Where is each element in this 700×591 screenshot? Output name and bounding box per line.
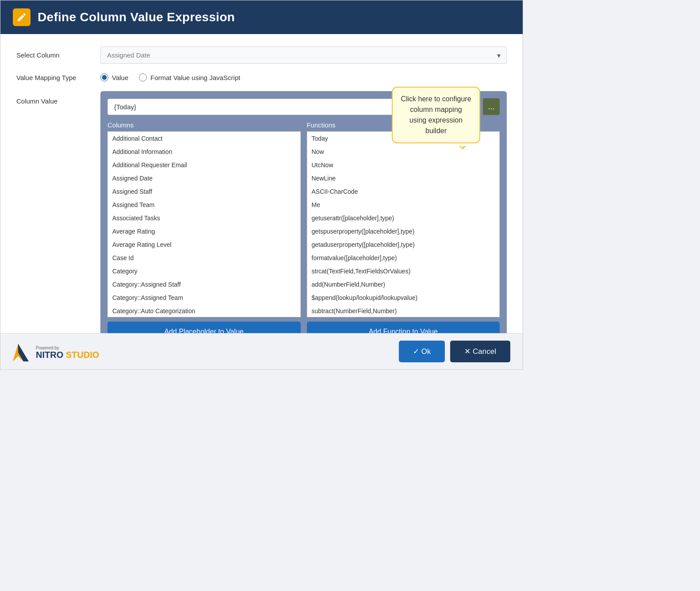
functions-list-item[interactable]: ASCII-CharCode	[307, 185, 500, 198]
columns-list-item[interactable]: Average Rating Level	[108, 238, 300, 251]
add-function-button[interactable]: Add Function to Value	[307, 322, 500, 333]
functions-list-item[interactable]: strcat(TextField,TextFieldsOrValues)	[307, 265, 500, 278]
ok-button[interactable]: ✓ Ok	[399, 341, 445, 362]
columns-list-item[interactable]: Additional Contact	[108, 132, 300, 145]
select-column-control: Assigned Date	[100, 46, 507, 64]
radio-value-option[interactable]: Value	[100, 73, 128, 81]
columns-list-item[interactable]: Assigned Team	[108, 198, 300, 211]
functions-list-item[interactable]: getaduserproperty([placeholder],type)	[307, 238, 500, 251]
expression-panel: Click here to configure column mapping u…	[100, 91, 507, 333]
functions-list[interactable]: TodayNowUtcNowNewLineASCII-CharCodeMeget…	[307, 131, 500, 317]
functions-panel: Functions TodayNowUtcNowNewLineASCII-Cha…	[307, 121, 500, 333]
columns-list-item[interactable]: Additional Information	[108, 145, 300, 158]
columns-list-item[interactable]: Category::Assigned Team	[108, 291, 300, 304]
columns-list-item[interactable]: Assigned Date	[108, 172, 300, 185]
radio-format-option[interactable]: Format Value using JavaScript	[139, 73, 240, 81]
functions-list-item[interactable]: formatvalue([placeholder],type)	[307, 251, 500, 265]
functions-list-item[interactable]: getuserattr([placeholder],type)	[307, 211, 500, 225]
brand-studio-label: STUDIO	[66, 350, 99, 360]
functions-list-item[interactable]: $append(lookup/lookupid/lookupvalue)	[307, 291, 500, 304]
dialog-footer: Powered by NITRO STUDIO ✓ Ok ✕ Cancel	[0, 333, 523, 369]
radio-group: Value Format Value using JavaScript	[100, 73, 507, 81]
columns-list-item[interactable]: Additional Requester Email	[108, 158, 300, 172]
tooltip-text: Click here to configure column mapping u…	[401, 95, 471, 134]
footer-brand: Powered by NITRO STUDIO	[13, 344, 99, 361]
columns-panel: Columns Additional ContactAdditional Inf…	[107, 121, 301, 333]
columns-list-item[interactable]: Category::Assigned Staff	[108, 278, 300, 291]
dialog-body: Select Column Assigned Date Value Mappin…	[0, 34, 523, 333]
brand-nitro-label: NITRO	[36, 350, 63, 360]
svg-marker-1	[18, 344, 29, 361]
functions-list-item[interactable]: getspuserproperty([placeholder],type)	[307, 225, 500, 238]
radio-value-label: Value	[112, 74, 128, 81]
dialog: Define Column Value Expression Select Co…	[0, 0, 523, 370]
columns-list-item[interactable]: Average Rating	[108, 225, 300, 238]
functions-list-item[interactable]: NewLine	[307, 172, 500, 185]
brand-name: NITRO STUDIO	[36, 350, 99, 359]
columns-list-item[interactable]: Associated Tasks	[108, 211, 300, 225]
functions-list-item[interactable]: Now	[307, 145, 500, 158]
columns-list-item[interactable]: Assigned Staff	[108, 185, 300, 198]
column-value-section: Column Value Click here to configure col…	[16, 91, 507, 333]
select-column-dropdown[interactable]: Assigned Date	[100, 46, 507, 64]
radio-format-label: Format Value using JavaScript	[150, 74, 240, 81]
dialog-header: Define Column Value Expression	[0, 0, 523, 34]
columns-list[interactable]: Additional ContactAdditional Information…	[107, 131, 301, 317]
functions-list-item[interactable]: subtract(NumberField,Number)	[307, 304, 500, 317]
functions-list-item[interactable]: UtcNow	[307, 158, 500, 172]
dialog-title: Define Column Value Expression	[38, 10, 235, 24]
radio-format-input[interactable]	[139, 73, 147, 81]
functions-list-item[interactable]: Me	[307, 198, 500, 211]
columns-list-item[interactable]: Category::Auto Categorization	[108, 304, 300, 317]
ellipsis-button[interactable]: ...	[483, 98, 500, 115]
columns-list-item[interactable]: Category	[108, 265, 300, 278]
add-placeholder-button[interactable]: Add Placeholder to Value	[107, 322, 301, 333]
brand-logo-icon	[13, 344, 32, 361]
column-value-label: Column Value	[16, 91, 100, 105]
value-mapping-label: Value Mapping Type	[16, 74, 100, 81]
columns-header: Columns	[107, 121, 301, 131]
brand-text: Powered by NITRO STUDIO	[36, 346, 99, 359]
select-column-label: Select Column	[16, 51, 100, 59]
functions-list-item[interactable]: add(NumberField,Number)	[307, 278, 500, 291]
radio-group-wrap: Value Format Value using JavaScript	[100, 73, 507, 81]
tooltip-bubble: Click here to configure column mapping u…	[392, 87, 480, 143]
columns-functions-container: Columns Additional ContactAdditional Inf…	[107, 121, 500, 333]
radio-value-input[interactable]	[100, 73, 108, 81]
value-mapping-row: Value Mapping Type Value Format Value us…	[16, 73, 507, 81]
select-column-row: Select Column Assigned Date	[16, 46, 507, 64]
columns-list-item[interactable]: Case Id	[108, 251, 300, 265]
select-wrapper: Assigned Date	[100, 46, 507, 64]
pencil-icon	[13, 8, 31, 26]
cancel-button[interactable]: ✕ Cancel	[450, 341, 510, 362]
